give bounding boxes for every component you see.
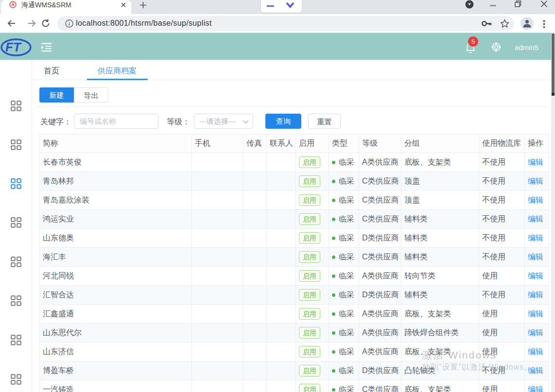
svg-text:FT: FT [5,40,22,54]
